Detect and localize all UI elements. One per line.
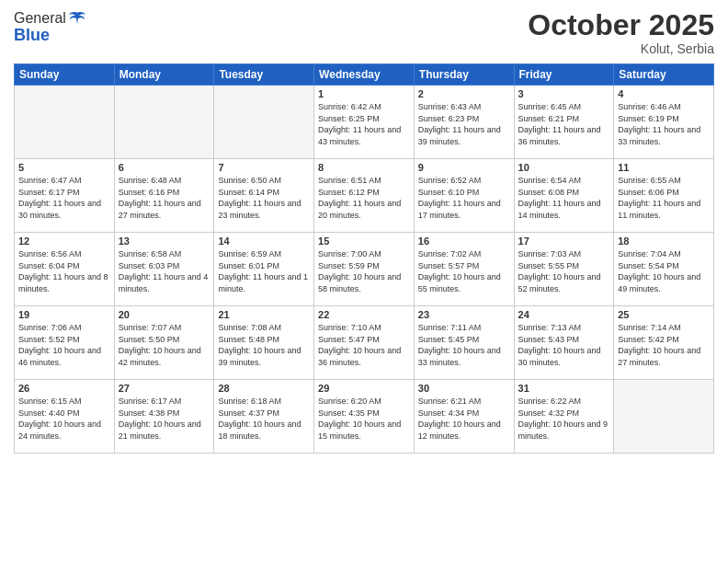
calendar-cell: 14Sunrise: 6:59 AM Sunset: 6:01 PM Dayli… — [214, 233, 314, 306]
calendar-cell: 19Sunrise: 7:06 AM Sunset: 5:52 PM Dayli… — [15, 306, 115, 380]
cell-content: Sunrise: 6:43 AM Sunset: 6:23 PM Dayligh… — [418, 101, 510, 147]
calendar-cell: 4Sunrise: 6:46 AM Sunset: 6:19 PM Daylig… — [614, 86, 714, 159]
day-number: 20 — [119, 309, 210, 320]
calendar-cell: 28Sunrise: 6:18 AM Sunset: 4:37 PM Dayli… — [214, 380, 314, 454]
calendar-cell: 10Sunrise: 6:54 AM Sunset: 6:08 PM Dayli… — [514, 159, 614, 233]
day-number: 13 — [119, 236, 210, 247]
calendar-cell — [114, 86, 214, 159]
day-number: 16 — [418, 236, 510, 247]
calendar-cell: 6Sunrise: 6:48 AM Sunset: 6:16 PM Daylig… — [114, 159, 214, 233]
cell-content: Sunrise: 6:56 AM Sunset: 6:04 PM Dayligh… — [18, 248, 110, 294]
day-number: 19 — [18, 309, 110, 320]
cell-content: Sunrise: 6:21 AM Sunset: 4:34 PM Dayligh… — [418, 396, 510, 442]
location: Kolut, Serbia — [528, 41, 714, 56]
calendar-cell: 17Sunrise: 7:03 AM Sunset: 5:55 PM Dayli… — [514, 233, 614, 306]
calendar-cell: 22Sunrise: 7:10 AM Sunset: 5:47 PM Dayli… — [314, 306, 415, 380]
logo: General Blue — [14, 9, 86, 45]
weekday-header: Thursday — [414, 64, 514, 86]
cell-content: Sunrise: 6:48 AM Sunset: 6:16 PM Dayligh… — [119, 175, 210, 221]
cell-content: Sunrise: 7:08 AM Sunset: 5:48 PM Dayligh… — [218, 322, 310, 368]
calendar-week-row: 1Sunrise: 6:42 AM Sunset: 6:25 PM Daylig… — [15, 86, 714, 159]
cell-content: Sunrise: 6:17 AM Sunset: 4:38 PM Dayligh… — [119, 396, 210, 442]
day-number: 24 — [518, 309, 610, 320]
day-number: 8 — [318, 162, 410, 173]
day-number: 22 — [318, 309, 410, 320]
day-number: 30 — [418, 383, 510, 394]
calendar-cell: 2Sunrise: 6:43 AM Sunset: 6:23 PM Daylig… — [414, 86, 514, 159]
calendar-week-row: 12Sunrise: 6:56 AM Sunset: 6:04 PM Dayli… — [15, 233, 714, 306]
day-number: 15 — [318, 236, 410, 247]
calendar-cell: 5Sunrise: 6:47 AM Sunset: 6:17 PM Daylig… — [15, 159, 115, 233]
day-number: 28 — [218, 383, 310, 394]
cell-content: Sunrise: 6:51 AM Sunset: 6:12 PM Dayligh… — [318, 175, 410, 221]
cell-content: Sunrise: 7:06 AM Sunset: 5:52 PM Dayligh… — [18, 322, 110, 368]
day-number: 14 — [218, 236, 310, 247]
cell-content: Sunrise: 6:42 AM Sunset: 6:25 PM Dayligh… — [318, 101, 410, 147]
page: General Blue October 2025 Kolut, Serbia … — [0, 0, 728, 563]
day-number: 3 — [518, 88, 610, 99]
cell-content: Sunrise: 6:20 AM Sunset: 4:35 PM Dayligh… — [318, 396, 410, 442]
cell-content: Sunrise: 6:58 AM Sunset: 6:03 PM Dayligh… — [119, 248, 210, 294]
calendar-cell: 25Sunrise: 7:14 AM Sunset: 5:42 PM Dayli… — [614, 306, 714, 380]
weekday-header: Monday — [114, 64, 214, 86]
calendar-cell — [614, 380, 714, 454]
day-number: 4 — [618, 88, 710, 99]
day-number: 25 — [618, 309, 710, 320]
calendar-cell: 9Sunrise: 6:52 AM Sunset: 6:10 PM Daylig… — [414, 159, 514, 233]
calendar-cell: 27Sunrise: 6:17 AM Sunset: 4:38 PM Dayli… — [114, 380, 214, 454]
cell-content: Sunrise: 7:03 AM Sunset: 5:55 PM Dayligh… — [518, 248, 610, 294]
day-number: 18 — [618, 236, 710, 247]
day-number: 29 — [318, 383, 410, 394]
day-number: 5 — [18, 162, 110, 173]
day-number: 1 — [318, 88, 410, 99]
day-number: 31 — [518, 383, 610, 394]
calendar-cell: 1Sunrise: 6:42 AM Sunset: 6:25 PM Daylig… — [314, 86, 415, 159]
calendar-cell: 7Sunrise: 6:50 AM Sunset: 6:14 PM Daylig… — [214, 159, 314, 233]
cell-content: Sunrise: 7:04 AM Sunset: 5:54 PM Dayligh… — [618, 248, 710, 294]
cell-content: Sunrise: 6:59 AM Sunset: 6:01 PM Dayligh… — [218, 248, 310, 294]
calendar-cell: 15Sunrise: 7:00 AM Sunset: 5:59 PM Dayli… — [314, 233, 415, 306]
day-number: 11 — [618, 162, 710, 173]
day-number: 17 — [518, 236, 610, 247]
weekday-header: Saturday — [614, 64, 714, 86]
calendar-cell: 12Sunrise: 6:56 AM Sunset: 6:04 PM Dayli… — [15, 233, 115, 306]
calendar-cell: 11Sunrise: 6:55 AM Sunset: 6:06 PM Dayli… — [614, 159, 714, 233]
calendar-week-row: 19Sunrise: 7:06 AM Sunset: 5:52 PM Dayli… — [15, 306, 714, 380]
calendar-week-row: 26Sunrise: 6:15 AM Sunset: 4:40 PM Dayli… — [15, 380, 714, 454]
weekday-header: Tuesday — [214, 64, 314, 86]
calendar-cell: 13Sunrise: 6:58 AM Sunset: 6:03 PM Dayli… — [114, 233, 214, 306]
cell-content: Sunrise: 6:46 AM Sunset: 6:19 PM Dayligh… — [618, 101, 710, 147]
cell-content: Sunrise: 6:50 AM Sunset: 6:14 PM Dayligh… — [218, 175, 310, 221]
calendar-cell: 23Sunrise: 7:11 AM Sunset: 5:45 PM Dayli… — [414, 306, 514, 380]
cell-content: Sunrise: 7:11 AM Sunset: 5:45 PM Dayligh… — [418, 322, 510, 368]
calendar-cell: 29Sunrise: 6:20 AM Sunset: 4:35 PM Dayli… — [314, 380, 415, 454]
day-number: 7 — [218, 162, 310, 173]
calendar-cell: 30Sunrise: 6:21 AM Sunset: 4:34 PM Dayli… — [414, 380, 514, 454]
calendar-cell: 21Sunrise: 7:08 AM Sunset: 5:48 PM Dayli… — [214, 306, 314, 380]
cell-content: Sunrise: 7:14 AM Sunset: 5:42 PM Dayligh… — [618, 322, 710, 368]
logo-blue: Blue — [14, 26, 86, 45]
cell-content: Sunrise: 7:13 AM Sunset: 5:43 PM Dayligh… — [518, 322, 610, 368]
cell-content: Sunrise: 7:00 AM Sunset: 5:59 PM Dayligh… — [318, 248, 410, 294]
calendar-cell — [214, 86, 314, 159]
cell-content: Sunrise: 7:07 AM Sunset: 5:50 PM Dayligh… — [119, 322, 210, 368]
cell-content: Sunrise: 6:18 AM Sunset: 4:37 PM Dayligh… — [218, 396, 310, 442]
calendar-cell: 18Sunrise: 7:04 AM Sunset: 5:54 PM Dayli… — [614, 233, 714, 306]
cell-content: Sunrise: 7:10 AM Sunset: 5:47 PM Dayligh… — [318, 322, 410, 368]
month-title: October 2025 — [528, 9, 714, 41]
day-number: 23 — [418, 309, 510, 320]
calendar-cell: 26Sunrise: 6:15 AM Sunset: 4:40 PM Dayli… — [15, 380, 115, 454]
weekday-header: Sunday — [15, 64, 115, 86]
day-number: 9 — [418, 162, 510, 173]
calendar-cell: 3Sunrise: 6:45 AM Sunset: 6:21 PM Daylig… — [514, 86, 614, 159]
title-area: October 2025 Kolut, Serbia — [528, 9, 714, 56]
cell-content: Sunrise: 6:45 AM Sunset: 6:21 PM Dayligh… — [518, 101, 610, 147]
calendar-cell: 20Sunrise: 7:07 AM Sunset: 5:50 PM Dayli… — [114, 306, 214, 380]
cell-content: Sunrise: 6:55 AM Sunset: 6:06 PM Dayligh… — [618, 175, 710, 221]
calendar-table: SundayMondayTuesdayWednesdayThursdayFrid… — [14, 63, 714, 454]
calendar-cell: 8Sunrise: 6:51 AM Sunset: 6:12 PM Daylig… — [314, 159, 415, 233]
day-number: 21 — [218, 309, 310, 320]
day-number: 10 — [518, 162, 610, 173]
header: General Blue October 2025 Kolut, Serbia — [14, 9, 714, 56]
logo-bird-icon — [68, 9, 86, 28]
